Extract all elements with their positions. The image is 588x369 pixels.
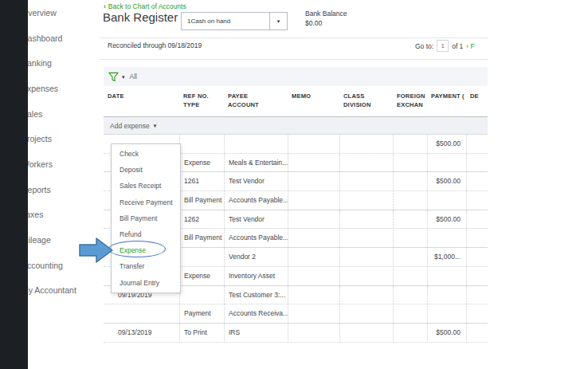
filter-value: All [130,73,137,80]
menu-item-receive-payment[interactable]: Receive Payment [112,194,180,210]
header-line1: DE [470,92,488,100]
cell-memo [288,191,339,210]
cell-foreign [393,191,427,210]
bank-balance-value: $0.00 [305,19,347,27]
add-transaction-menu: Check Deposit Sales Receipt Receive Paym… [111,143,181,293]
reconciled-status: Reconciled through 09/18/2019 [108,41,202,49]
header-line1: DATE [108,92,179,100]
chevron-left-icon: ‹ [104,2,106,10]
pointer-arrow-icon [79,236,114,265]
cell-payee: Test Vendor [224,172,288,190]
cell-date [104,304,179,323]
cell-payment [427,304,466,323]
header-line1: CLASS [343,92,393,100]
bank-register-screen: Overview Dashboard Banking Expenses Sale… [0,0,588,369]
header-line1: PAYMENT ( [431,92,466,100]
menu-item-deposit[interactable]: Deposit [112,162,180,178]
cell-payee: Meals & Entertain... [224,154,288,172]
cell-payment: $1,000... [427,248,466,266]
cell-class [339,304,393,323]
cell-memo [288,267,339,285]
cell-class [339,324,393,342]
cell-deposit [466,286,488,304]
table-row[interactable]: 09/13/2019To PrintIRS$500.00 [104,324,488,343]
chevron-down-icon: ▾ [122,74,125,80]
cell-payment: $500.00 [427,324,466,342]
header-line2: ACCOUNT [228,100,288,109]
header-line1: MEMO [292,92,339,100]
cell-payment: $500.00 [427,210,466,229]
table-header-row: DATE REF NO. TYPE PAYEE ACCOUNT MEMO CLA… [104,86,488,117]
cell-payee [224,135,288,153]
col-header-ref-type: REF NO. TYPE [179,86,224,116]
cell-ref [179,248,224,266]
cell-ref: Expense [179,154,224,172]
menu-item-bill-payment[interactable]: Bill Payment [112,210,180,226]
account-dropdown-button[interactable]: ▾ [269,12,288,30]
cell-ref [179,135,224,153]
cell-foreign [393,304,427,323]
cell-payment [427,267,466,285]
cell-payee: IRS [224,324,288,342]
cell-date: 09/13/2019 [104,324,179,342]
page-title: Bank Register [103,10,178,24]
cell-deposit [466,304,488,323]
cell-payee: Accounts Receiva... [224,304,288,323]
header-line1: REF NO. [183,92,224,100]
cell-deposit [466,229,488,247]
cell-deposit [466,267,488,285]
goto-total: of 1 [452,42,463,50]
cell-class [339,248,393,266]
cell-foreign [393,229,427,247]
cell-foreign [393,286,427,304]
cell-class [339,191,393,210]
cell-ref: Bill Payment [179,229,224,247]
col-header-deposit: DE [466,86,488,116]
cell-ref: 1262 [179,210,224,229]
back-link[interactable]: ‹ Back to Chart of Accounts [104,2,186,10]
cell-deposit [466,324,488,342]
menu-item-journal-entry[interactable]: Journal Entry [112,275,180,291]
cell-ref [179,286,224,304]
cell-memo [288,154,339,172]
account-selector[interactable]: 1Cash on hand [181,12,270,30]
cell-foreign [393,248,427,266]
menu-item-check[interactable]: Check [112,146,180,162]
cell-memo [288,286,339,304]
cell-class [339,286,393,304]
cell-deposit [466,191,488,210]
filter-button[interactable]: ▾ All [108,72,137,82]
cell-memo [288,210,339,229]
cell-payee: Test Customer 3:... [224,286,288,304]
header-line1: FOREIGN [397,92,427,100]
menu-item-transfer[interactable]: Transfer [112,258,180,274]
bank-balance: Bank Balance $0.00 [305,10,347,27]
divider [100,37,488,38]
table-row[interactable]: PaymentAccounts Receiva... [104,304,488,324]
cell-deposit [466,248,488,266]
menu-item-sales-receipt[interactable]: Sales Receipt [112,178,180,194]
col-header-payment: PAYMENT ( [427,86,466,116]
add-expense-button[interactable]: Add expense ▾ [104,117,488,135]
cell-payee: Inventory Asset [224,267,288,285]
cell-payment [427,154,466,172]
menu-item-refund[interactable]: Refund [112,226,180,242]
cell-payment [427,286,466,304]
cell-class [339,154,393,172]
cell-class [339,135,393,153]
cell-ref: Expense [179,267,224,285]
cell-deposit [466,210,488,229]
cell-foreign [393,172,427,190]
col-header-class-division: CLASS DIVISION [339,86,393,116]
cell-ref: To Print [179,324,224,342]
goto-page-input[interactable]: 1 [437,40,449,52]
header-line1: PAYEE [228,92,288,100]
highlight-ellipse [108,241,166,257]
col-header-date: DATE [104,86,179,116]
cell-deposit [466,172,488,190]
cell-class [339,229,393,247]
col-header-memo: MEMO [288,86,339,116]
col-header-payee-account: PAYEE ACCOUNT [224,86,288,116]
cell-foreign [393,324,427,342]
first-page-link[interactable]: ‹ F [466,42,474,50]
